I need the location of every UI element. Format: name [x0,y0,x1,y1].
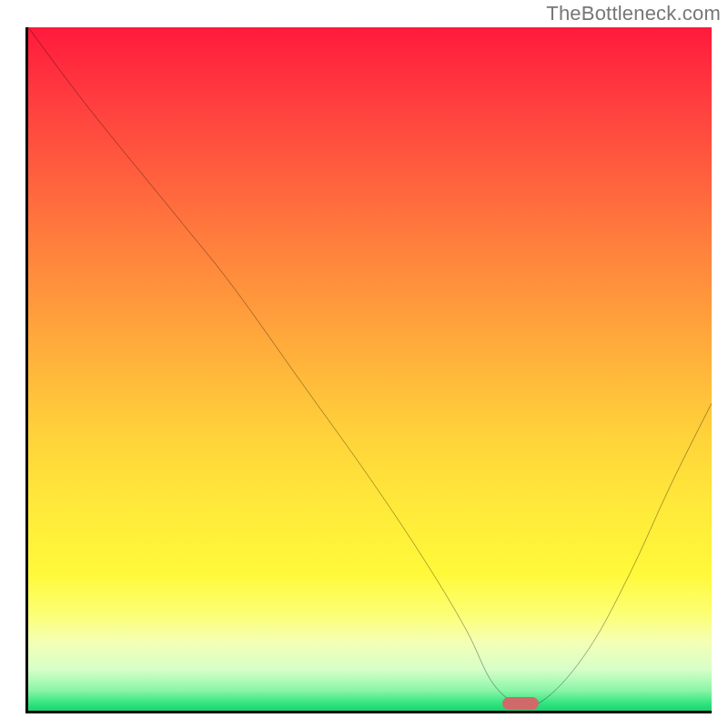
bottleneck-curve-path [28,27,712,705]
line-series [28,27,712,711]
chart-container: TheBottleneck.com [0,0,728,728]
optimal-point-marker [502,697,539,710]
watermark-text: TheBottleneck.com [546,2,721,25]
plot-area [25,27,712,713]
